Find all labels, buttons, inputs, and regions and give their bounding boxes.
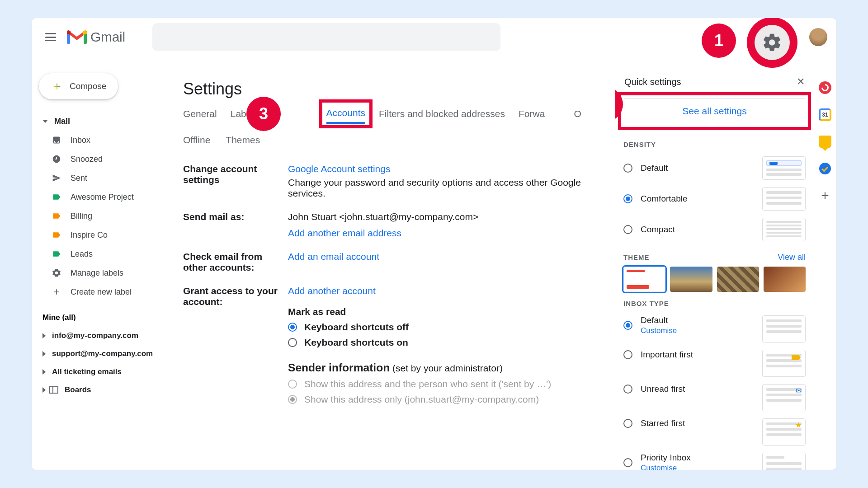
sidebar-item-info-account[interactable]: info@my-company.com [35,327,173,345]
sidebar-item-inbox[interactable]: Inbox [35,131,173,150]
inbox-unread-label: Unread first [641,384,685,394]
inbox-default-preview [762,315,806,343]
inbox-default-radio[interactable] [623,321,632,330]
inbox-priority-preview [762,453,806,470]
sidebar-item-sent[interactable]: Sent [35,169,173,188]
density-compact-preview [762,218,806,241]
inbox-important-preview [762,350,806,377]
sidebar-item-billing[interactable]: Billing [35,206,173,225]
sender-info-title: Sender information [288,361,390,374]
gmail-logo[interactable]: Gmail [67,29,125,45]
plus-icon [52,287,61,297]
tab-themes[interactable]: Themes [226,135,260,149]
theme-thumb-4[interactable] [764,267,806,292]
gmail-m-icon [67,29,87,45]
clock-icon [52,154,61,164]
theme-view-all-link[interactable]: View all [778,253,806,262]
callout-2: 2 [615,87,623,122]
theme-title: THEME [623,253,650,261]
tab-forwarding[interactable]: Forwa O [519,108,581,123]
tasks-icon[interactable] [819,163,831,174]
tab-general[interactable]: General [183,108,217,123]
settings-gear-button[interactable] [755,25,790,60]
sidebar-item-support-account[interactable]: support@my-company.com [35,345,173,363]
density-comfortable-radio[interactable] [623,194,632,203]
inbox-starred-radio[interactable] [623,419,632,428]
add-email-address-link[interactable]: Add another email address [288,228,610,239]
tab-offline[interactable]: Offline [183,135,210,149]
header: Gmail 1 [32,18,836,56]
density-comfortable-preview [762,187,806,211]
theme-thumb-1[interactable] [623,267,665,292]
density-comfortable-label: Comfortable [641,194,688,204]
inbox-priority-customise[interactable]: Customise [641,464,691,470]
page-title: Settings [183,80,610,99]
label-icon [52,249,61,259]
tab-accounts[interactable]: Accounts [326,108,365,124]
chevron-right-icon [42,369,46,375]
sidebar-item-create-label[interactable]: Create new label [35,282,173,301]
add-email-account-link[interactable]: Add an email account [288,251,610,262]
add-another-account-link[interactable]: Add another account [288,286,610,296]
density-compact-label: Compact [641,225,675,235]
gear-icon [52,268,61,278]
sender-opt1-radio [288,380,297,389]
sidebar: ＋ Compose Mail Inbox Snoozed Sent Aw [32,65,176,470]
kb-shortcuts-off-label: Keyboard shortcuts off [304,322,409,333]
density-default-radio[interactable] [623,164,632,173]
callout-2-frame: 2 See all settings [618,92,811,130]
theme-thumb-3[interactable] [717,267,759,292]
quick-settings-title: Quick settings [624,77,681,87]
sender-opt2-label: Show this address only (john.stuart@my-c… [304,394,539,405]
see-all-settings-button[interactable]: See all settings [624,98,805,124]
kb-shortcuts-off-radio[interactable] [288,323,297,332]
sidebar-item-inspire-co[interactable]: Inspire Co [35,225,173,244]
inbox-starred-preview [762,418,806,446]
inbox-priority-radio[interactable] [623,458,632,467]
inbox-default-customise[interactable]: Customise [641,326,677,335]
calendar-icon[interactable] [819,108,831,121]
mail-section-header[interactable]: Mail [35,112,173,131]
inbox-unread-radio[interactable] [623,385,632,394]
boards-icon [49,386,58,394]
settings-tabs: 3 General Labels Inbox Accounts Filters … [183,108,610,124]
keep-icon[interactable] [819,136,831,148]
grant-access-label: Grant access to your account: [183,286,278,405]
sidebar-item-boards[interactable]: Boards [35,381,173,399]
account-avatar[interactable] [809,28,827,46]
density-compact-radio[interactable] [623,225,632,234]
side-app-rail: + [814,81,836,202]
gmail-window: Gmail 1 + ＋ Compose Mail [32,18,836,470]
add-app-icon[interactable]: + [821,189,829,202]
main-menu-icon[interactable] [45,33,56,41]
change-account-desc: Change your password and security option… [288,177,610,199]
inbox-unread-preview [762,384,806,411]
callout-1: 1 [702,23,736,58]
sidebar-item-awesome-project[interactable]: Awesome Project [35,188,173,206]
send-mail-as-label: Send mail as: [183,211,278,239]
grammarly-icon[interactable] [819,81,831,94]
compose-label: Compose [70,81,106,91]
theme-thumb-2[interactable] [670,267,712,292]
compose-button[interactable]: ＋ Compose [39,73,118,99]
chevron-right-icon [42,333,46,338]
close-icon[interactable]: ✕ [797,76,805,88]
inbox-important-radio[interactable] [623,350,632,359]
callout-3: 3 [246,97,281,131]
sidebar-item-snoozed[interactable]: Snoozed [35,150,173,169]
send-icon [52,173,61,183]
inbox-type-title: INBOX TYPE [623,300,806,307]
chevron-right-icon [42,351,46,357]
sidebar-item-all-ticketing[interactable]: All ticketing emails [35,363,173,381]
google-account-settings-link[interactable]: Google Account settings [288,164,610,174]
settings-main: Settings 3 General Labels Inbox Accounts… [183,68,624,470]
search-input[interactable] [152,23,500,51]
settings-tabs-row2: Offline Themes [183,135,610,149]
tab-filters[interactable]: Filters and blocked addresses [379,108,505,123]
kb-shortcuts-on-radio[interactable] [288,338,297,347]
label-icon [52,230,61,240]
sidebar-item-leads[interactable]: Leads [35,244,173,263]
sidebar-item-manage-labels[interactable]: Manage labels [35,263,173,282]
inbox-starred-label: Starred first [641,418,685,428]
density-default-preview [762,156,806,180]
